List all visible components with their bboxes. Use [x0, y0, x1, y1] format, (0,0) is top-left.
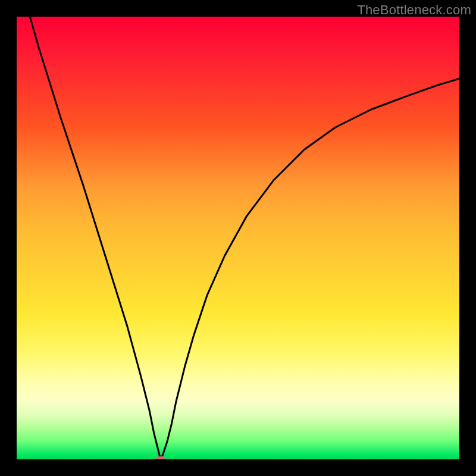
optimal-point-marker [156, 456, 165, 459]
bottleneck-curve [17, 17, 459, 459]
chart-frame: TheBottleneck.com [0, 0, 476, 476]
watermark-text: TheBottleneck.com [357, 2, 471, 18]
plot-area [17, 17, 459, 459]
